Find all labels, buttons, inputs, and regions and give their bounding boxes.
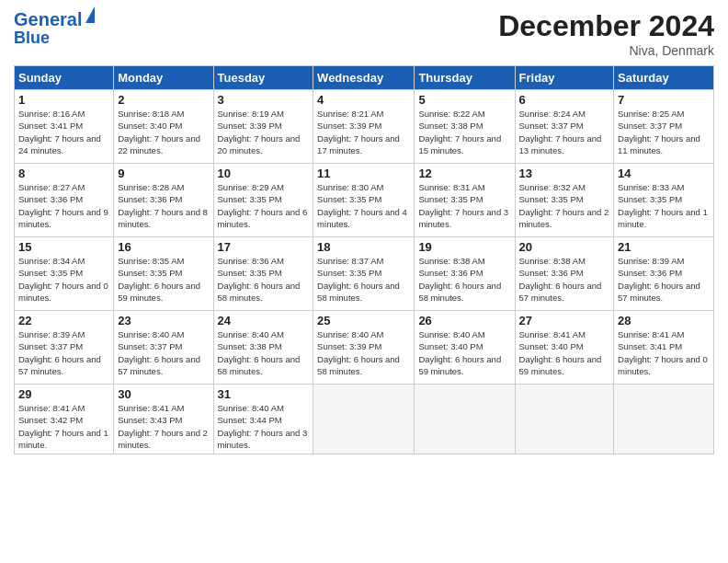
- calendar-cell: 10Sunrise: 8:29 AMSunset: 3:35 PMDayligh…: [213, 164, 313, 237]
- calendar-cell: [313, 385, 415, 454]
- day-info: Sunrise: 8:34 AMSunset: 3:35 PMDaylight:…: [18, 255, 109, 304]
- calendar-cell: 16Sunrise: 8:35 AMSunset: 3:35 PMDayligh…: [114, 237, 213, 311]
- calendar-cell: 21Sunrise: 8:39 AMSunset: 3:36 PMDayligh…: [614, 237, 714, 311]
- day-number: 20: [519, 240, 610, 254]
- calendar-cell: 2Sunrise: 8:18 AMSunset: 3:40 PMDaylight…: [114, 90, 213, 164]
- header-tuesday: Tuesday: [213, 66, 313, 90]
- calendar-week-4: 22Sunrise: 8:39 AMSunset: 3:37 PMDayligh…: [15, 311, 714, 385]
- day-number: 24: [218, 314, 310, 327]
- calendar-cell: [515, 385, 614, 454]
- calendar-cell: 19Sunrise: 8:38 AMSunset: 3:36 PMDayligh…: [415, 237, 515, 311]
- logo: General Blue: [14, 9, 95, 48]
- day-info: Sunrise: 8:24 AMSunset: 3:37 PMDaylight:…: [519, 108, 610, 156]
- day-info: Sunrise: 8:16 AMSunset: 3:41 PMDaylight:…: [18, 108, 109, 156]
- day-number: 7: [618, 93, 710, 107]
- location: Niva, Denmark: [498, 43, 714, 58]
- day-number: 2: [118, 93, 209, 107]
- calendar-cell: 22Sunrise: 8:39 AMSunset: 3:37 PMDayligh…: [15, 311, 114, 385]
- day-number: 21: [618, 240, 710, 254]
- day-info: Sunrise: 8:40 AMSunset: 3:44 PMDaylight:…: [218, 402, 310, 451]
- day-info: Sunrise: 8:35 AMSunset: 3:35 PMDaylight:…: [118, 255, 209, 304]
- day-number: 23: [118, 314, 209, 327]
- day-info: Sunrise: 8:37 AMSunset: 3:35 PMDaylight:…: [317, 255, 410, 304]
- day-number: 26: [418, 314, 510, 327]
- calendar-cell: 24Sunrise: 8:40 AMSunset: 3:38 PMDayligh…: [213, 311, 313, 385]
- day-info: Sunrise: 8:40 AMSunset: 3:40 PMDaylight:…: [418, 328, 510, 377]
- calendar-cell: 20Sunrise: 8:38 AMSunset: 3:36 PMDayligh…: [515, 237, 614, 311]
- logo-general: General: [14, 9, 82, 29]
- day-number: 6: [519, 93, 610, 107]
- day-info: Sunrise: 8:29 AMSunset: 3:35 PMDaylight:…: [218, 181, 310, 230]
- day-number: 29: [18, 387, 109, 401]
- day-info: Sunrise: 8:33 AMSunset: 3:35 PMDaylight:…: [618, 181, 710, 230]
- day-info: Sunrise: 8:32 AMSunset: 3:35 PMDaylight:…: [519, 181, 610, 230]
- header-thursday: Thursday: [415, 66, 515, 90]
- day-info: Sunrise: 8:40 AMSunset: 3:38 PMDaylight:…: [218, 328, 310, 377]
- month-title: December 2024: [498, 9, 714, 43]
- day-info: Sunrise: 8:27 AMSunset: 3:36 PMDaylight:…: [18, 181, 109, 230]
- page: General Blue December 2024 Niva, Denmark…: [0, 0, 728, 563]
- day-info: Sunrise: 8:25 AMSunset: 3:37 PMDaylight:…: [618, 108, 710, 156]
- day-number: 16: [118, 240, 209, 254]
- day-info: Sunrise: 8:40 AMSunset: 3:39 PMDaylight:…: [317, 328, 410, 377]
- calendar-cell: 15Sunrise: 8:34 AMSunset: 3:35 PMDayligh…: [15, 237, 114, 311]
- day-number: 18: [317, 240, 410, 254]
- day-info: Sunrise: 8:41 AMSunset: 3:41 PMDaylight:…: [618, 328, 710, 377]
- day-info: Sunrise: 8:36 AMSunset: 3:35 PMDaylight:…: [218, 255, 310, 304]
- day-info: Sunrise: 8:40 AMSunset: 3:37 PMDaylight:…: [118, 328, 209, 377]
- header-sunday: Sunday: [15, 66, 114, 90]
- calendar-header-row: SundayMondayTuesdayWednesdayThursdayFrid…: [15, 66, 714, 90]
- calendar-week-2: 8Sunrise: 8:27 AMSunset: 3:36 PMDaylight…: [15, 164, 714, 237]
- day-info: Sunrise: 8:28 AMSunset: 3:36 PMDaylight:…: [118, 181, 209, 230]
- day-number: 9: [118, 167, 209, 180]
- calendar-cell: 3Sunrise: 8:19 AMSunset: 3:39 PMDaylight…: [213, 90, 313, 164]
- day-number: 30: [118, 387, 209, 401]
- day-number: 3: [218, 93, 310, 107]
- day-number: 1: [18, 93, 109, 107]
- calendar-table: SundayMondayTuesdayWednesdayThursdayFrid…: [14, 65, 714, 454]
- header-wednesday: Wednesday: [313, 66, 415, 90]
- calendar-cell: 31Sunrise: 8:40 AMSunset: 3:44 PMDayligh…: [213, 385, 313, 454]
- day-number: 15: [18, 240, 109, 254]
- day-info: Sunrise: 8:22 AMSunset: 3:38 PMDaylight:…: [418, 108, 510, 156]
- day-number: 8: [18, 167, 109, 180]
- calendar-cell: 23Sunrise: 8:40 AMSunset: 3:37 PMDayligh…: [114, 311, 213, 385]
- calendar-week-5: 29Sunrise: 8:41 AMSunset: 3:42 PMDayligh…: [15, 385, 714, 454]
- day-number: 4: [317, 93, 410, 107]
- day-info: Sunrise: 8:41 AMSunset: 3:43 PMDaylight:…: [118, 402, 209, 451]
- day-number: 27: [519, 314, 610, 327]
- logo-blue: Blue: [14, 29, 50, 48]
- calendar-cell: 8Sunrise: 8:27 AMSunset: 3:36 PMDaylight…: [15, 164, 114, 237]
- calendar-cell: [614, 385, 714, 454]
- calendar-cell: 27Sunrise: 8:41 AMSunset: 3:40 PMDayligh…: [515, 311, 614, 385]
- header: General Blue December 2024 Niva, Denmark: [14, 9, 714, 58]
- day-info: Sunrise: 8:38 AMSunset: 3:36 PMDaylight:…: [418, 255, 510, 304]
- day-info: Sunrise: 8:18 AMSunset: 3:40 PMDaylight:…: [118, 108, 209, 156]
- calendar-cell: 29Sunrise: 8:41 AMSunset: 3:42 PMDayligh…: [15, 385, 114, 454]
- calendar-cell: 14Sunrise: 8:33 AMSunset: 3:35 PMDayligh…: [614, 164, 714, 237]
- day-number: 17: [218, 240, 310, 254]
- day-number: 13: [519, 167, 610, 180]
- calendar-cell: 17Sunrise: 8:36 AMSunset: 3:35 PMDayligh…: [213, 237, 313, 311]
- day-number: 14: [618, 167, 710, 180]
- title-area: December 2024 Niva, Denmark: [498, 9, 714, 58]
- calendar-cell: 18Sunrise: 8:37 AMSunset: 3:35 PMDayligh…: [313, 237, 415, 311]
- calendar-cell: 28Sunrise: 8:41 AMSunset: 3:41 PMDayligh…: [614, 311, 714, 385]
- calendar-cell: 26Sunrise: 8:40 AMSunset: 3:40 PMDayligh…: [415, 311, 515, 385]
- calendar-cell: 11Sunrise: 8:30 AMSunset: 3:35 PMDayligh…: [313, 164, 415, 237]
- calendar-cell: 7Sunrise: 8:25 AMSunset: 3:37 PMDaylight…: [614, 90, 714, 164]
- day-number: 19: [418, 240, 510, 254]
- day-info: Sunrise: 8:21 AMSunset: 3:39 PMDaylight:…: [317, 108, 410, 156]
- day-info: Sunrise: 8:41 AMSunset: 3:40 PMDaylight:…: [519, 328, 610, 377]
- day-number: 31: [218, 387, 310, 401]
- calendar-cell: 12Sunrise: 8:31 AMSunset: 3:35 PMDayligh…: [415, 164, 515, 237]
- calendar-cell: 1Sunrise: 8:16 AMSunset: 3:41 PMDaylight…: [15, 90, 114, 164]
- header-saturday: Saturday: [614, 66, 714, 90]
- day-info: Sunrise: 8:31 AMSunset: 3:35 PMDaylight:…: [418, 181, 510, 230]
- header-friday: Friday: [515, 66, 614, 90]
- day-info: Sunrise: 8:19 AMSunset: 3:39 PMDaylight:…: [218, 108, 310, 156]
- header-monday: Monday: [114, 66, 213, 90]
- calendar-cell: 13Sunrise: 8:32 AMSunset: 3:35 PMDayligh…: [515, 164, 614, 237]
- day-number: 12: [418, 167, 510, 180]
- day-number: 10: [218, 167, 310, 180]
